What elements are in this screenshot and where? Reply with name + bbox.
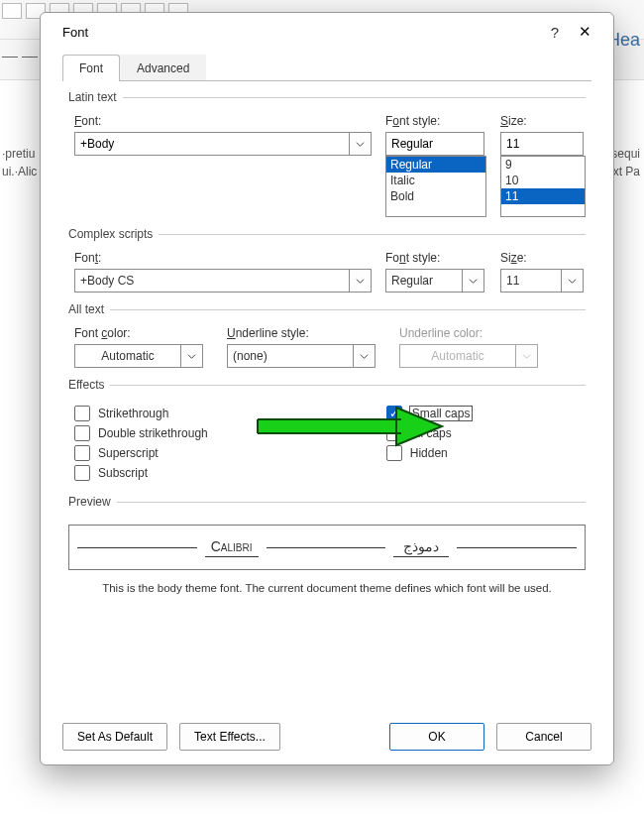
underline-color-label: Underline color: (399, 326, 548, 340)
preview-sample-1: Calibri (205, 538, 259, 557)
latin-size-input[interactable] (500, 132, 586, 156)
list-item[interactable]: Regular (386, 157, 485, 173)
latin-font-combo[interactable] (74, 132, 372, 156)
chevron-down-icon (516, 344, 538, 368)
underline-color-combo: Automatic (399, 344, 548, 368)
complex-style-label: Font style: (385, 251, 486, 265)
underline-style-label: Underline style: (227, 326, 385, 340)
close-button[interactable]: ✕ (570, 23, 599, 41)
latin-font-input[interactable] (74, 132, 350, 156)
font-label: FFont:ont: (74, 114, 372, 128)
cancel-button[interactable]: Cancel (496, 723, 591, 751)
tab-advanced[interactable]: Advanced (120, 55, 206, 81)
tab-font[interactable]: Font (62, 55, 120, 81)
complex-style-combo[interactable]: Regular (385, 269, 486, 293)
checkbox-strikethrough[interactable]: Strikethrough (74, 406, 208, 421)
complex-font-combo[interactable]: +Body CS (74, 269, 372, 293)
chevron-down-icon[interactable] (562, 269, 584, 293)
chevron-down-icon[interactable] (350, 269, 372, 293)
list-item[interactable]: 10 (501, 173, 585, 188)
chevron-down-icon[interactable] (354, 344, 376, 368)
bg-text: ·pretiu (2, 147, 35, 161)
preview-note: This is the body theme font. The current… (68, 578, 586, 602)
font-style-label: Font style: (385, 114, 486, 128)
checkbox-all-caps[interactable]: All caps (386, 425, 473, 441)
list-item[interactable]: Bold (386, 188, 485, 204)
bg-text: sequi (611, 147, 640, 161)
complex-size-label: Size: (500, 251, 586, 265)
dialog-title: Font (62, 25, 540, 40)
latin-legend: Latin text (68, 90, 123, 104)
preview-sample-2: دموذج (393, 538, 449, 557)
bg-toolbar2 (0, 40, 45, 79)
complex-legend: Complex scripts (68, 227, 159, 241)
help-button[interactable]: ? (540, 24, 570, 41)
latin-style-list[interactable]: Regular Italic Bold (385, 156, 486, 217)
checkbox-superscript[interactable]: Superscript (74, 445, 208, 461)
complex-size-combo[interactable]: 11 (500, 269, 586, 293)
text-effects-button[interactable]: Text Effects... (179, 723, 280, 751)
effects-legend: Effects (68, 378, 110, 392)
preview-box: Calibri دموذج (68, 525, 586, 570)
preview-legend: Preview (68, 495, 117, 509)
chevron-down-icon[interactable] (350, 132, 372, 156)
list-item[interactable]: Italic (386, 173, 485, 188)
latin-style-input[interactable] (385, 132, 486, 156)
font-color-combo[interactable]: Automatic (74, 344, 213, 368)
font-color-label: Font color: (74, 326, 213, 340)
ok-button[interactable]: OK (389, 723, 484, 751)
font-dialog: Font ? ✕ Font Advanced Latin text FFont:… (40, 12, 614, 765)
chevron-down-icon[interactable] (181, 344, 203, 368)
checkbox-subscript[interactable]: Subscript (74, 465, 208, 481)
latin-size-list[interactable]: 9 10 11 (500, 156, 586, 217)
underline-style-combo[interactable]: (none) (227, 344, 385, 368)
chevron-down-icon[interactable] (463, 269, 484, 293)
list-item[interactable]: 9 (501, 157, 585, 173)
checkbox-double-strikethrough[interactable]: Double strikethrough (74, 425, 208, 441)
complex-font-label: Font: (74, 251, 372, 265)
checkbox-hidden[interactable]: Hidden (386, 445, 473, 461)
checkbox-small-caps[interactable]: Small caps (386, 406, 473, 421)
set-default-button[interactable]: Set As Default (62, 723, 167, 751)
alltext-legend: All text (68, 302, 110, 316)
bg-text: ui.·Alic (2, 165, 37, 178)
size-label: Size: (500, 114, 586, 128)
list-item[interactable]: 11 (501, 188, 585, 204)
